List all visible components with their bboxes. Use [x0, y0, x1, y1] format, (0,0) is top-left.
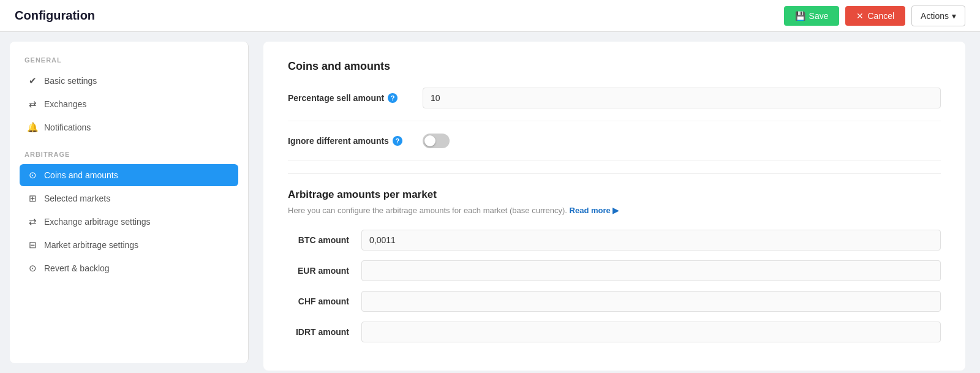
cancel-icon: ✕	[856, 11, 864, 21]
actions-label: Actions	[921, 11, 949, 21]
layout: GENERAL ✔ Basic settings ⇄ Exchanges 🔔 N…	[0, 32, 980, 373]
page-title: Configuration	[15, 9, 95, 23]
btc-amount-input[interactable]	[361, 230, 941, 251]
exchange-icon: ⇄	[27, 99, 38, 110]
arbitrage-section-label: ARBITRAGE	[20, 151, 238, 158]
ignore-amounts-help-icon[interactable]: ?	[393, 136, 402, 146]
chf-amount-label: CHF amount	[288, 296, 361, 306]
percentage-sell-help-icon[interactable]: ?	[388, 93, 398, 103]
actions-chevron-icon: ▾	[952, 11, 956, 21]
coins-section-title: Coins and amounts	[288, 60, 941, 73]
idrt-amount-row: IDRT amount	[288, 322, 941, 342]
ignore-amounts-toggle[interactable]	[423, 134, 450, 148]
sidebar-item-label: Basic settings	[44, 76, 97, 86]
sidebar-item-notifications[interactable]: 🔔 Notifications	[20, 116, 238, 138]
arbitrage-section-gap: ARBITRAGE	[20, 151, 238, 158]
toggle-thumb	[424, 135, 435, 146]
arbitrage-section-title: Arbitrage amounts per market	[288, 189, 941, 201]
eur-amount-label: EUR amount	[288, 266, 361, 276]
topbar-actions: 💾 Save ✕ Cancel Actions ▾	[784, 6, 965, 26]
sidebar-item-basic-settings[interactable]: ✔ Basic settings	[20, 70, 238, 92]
ignore-amounts-label: Ignore different amounts ?	[288, 136, 423, 146]
main-content: Coins and amounts Percentage sell amount…	[249, 32, 980, 373]
eur-amount-input[interactable]	[361, 260, 941, 281]
sidebar-item-revert-backlog[interactable]: ⊙ Revert & backlog	[20, 257, 238, 279]
sidebar-item-label: Selected markets	[44, 194, 110, 203]
sidebar-item-label: Exchange arbitrage settings	[44, 217, 151, 227]
idrt-amount-input[interactable]	[361, 322, 941, 342]
sidebar-item-label: Market arbitrage settings	[44, 240, 138, 250]
market-arb-icon: ⊟	[27, 239, 38, 251]
save-icon: 💾	[795, 11, 805, 21]
bell-icon: 🔔	[27, 122, 38, 133]
sidebar-item-label: Revert & backlog	[44, 263, 110, 273]
cancel-button[interactable]: ✕ Cancel	[845, 6, 905, 26]
save-label: Save	[809, 11, 829, 21]
percentage-sell-row: Percentage sell amount ?	[288, 88, 941, 121]
sidebar-item-label: Notifications	[44, 122, 91, 132]
sidebar-item-exchanges[interactable]: ⇄ Exchanges	[20, 93, 238, 115]
sidebar-item-coins-and-amounts[interactable]: ⊙ Coins and amounts	[20, 164, 238, 186]
sidebar-item-label: Exchanges	[44, 99, 86, 109]
btc-amount-label: BTC amount	[288, 235, 361, 245]
idrt-amount-label: IDRT amount	[288, 327, 361, 337]
chf-amount-row: CHF amount	[288, 291, 941, 312]
chf-amount-input[interactable]	[361, 291, 941, 312]
ignore-amounts-toggle-wrap	[423, 134, 450, 148]
percentage-sell-input[interactable]	[423, 88, 941, 108]
eur-amount-row: EUR amount	[288, 260, 941, 281]
btc-amount-row: BTC amount	[288, 230, 941, 251]
sidebar-item-selected-markets[interactable]: ⊞ Selected markets	[20, 187, 238, 209]
read-more-arrow-icon: ▶	[612, 206, 619, 215]
percentage-sell-label: Percentage sell amount ?	[288, 93, 423, 103]
sidebar-item-exchange-arbitrage-settings[interactable]: ⇄ Exchange arbitrage settings	[20, 211, 238, 233]
grid-icon: ⊞	[27, 193, 38, 204]
content-card: Coins and amounts Percentage sell amount…	[263, 42, 965, 371]
revert-icon: ⊙	[27, 263, 38, 274]
read-more-link[interactable]: Read more ▶	[570, 206, 619, 215]
ignore-amounts-row: Ignore different amounts ?	[288, 134, 941, 161]
sidebar-item-label: Coins and amounts	[44, 170, 118, 180]
save-button[interactable]: 💾 Save	[784, 6, 840, 26]
check-icon: ✔	[27, 75, 38, 86]
sidebar: GENERAL ✔ Basic settings ⇄ Exchanges 🔔 N…	[10, 42, 249, 363]
sidebar-item-market-arbitrage-settings[interactable]: ⊟ Market arbitrage settings	[20, 234, 238, 256]
coins-icon: ⊙	[27, 170, 38, 181]
topbar: Configuration 💾 Save ✕ Cancel Actions ▾	[0, 0, 980, 32]
general-section-label: GENERAL	[20, 56, 238, 64]
actions-button[interactable]: Actions ▾	[911, 6, 965, 26]
cancel-label: Cancel	[867, 11, 894, 21]
arbitrage-section-desc: Here you can configure the arbitrage amo…	[288, 206, 941, 215]
exchange-arb-icon: ⇄	[27, 216, 38, 227]
section-divider	[288, 173, 941, 174]
